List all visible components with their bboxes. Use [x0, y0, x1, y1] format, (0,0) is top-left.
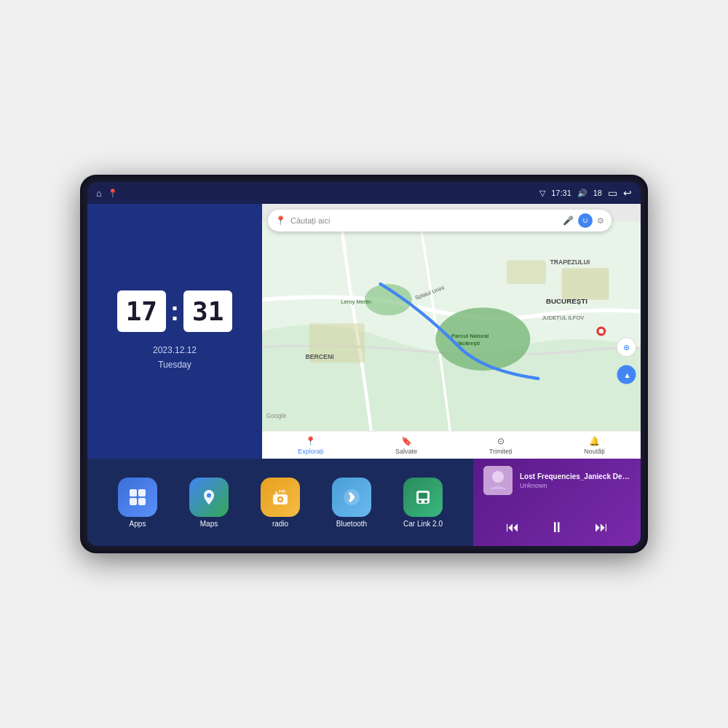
map-nav-news[interactable]: 🔔 Noutăți [584, 436, 605, 455]
media-thumbnail [483, 466, 513, 495]
clock-hour: 17 [117, 290, 166, 332]
bottom-section: Apps Maps [87, 459, 641, 546]
back-icon[interactable]: ↩ [623, 187, 632, 199]
clock-date: 2023.12.12 Tuesday [153, 344, 197, 371]
mic-icon[interactable]: 🎤 [563, 215, 574, 226]
main-content: 17 : 31 2023.12.12 Tuesday [87, 204, 641, 546]
carlink-icon [403, 478, 443, 517]
news-icon: 🔔 [589, 436, 600, 446]
app-icon-radio[interactable]: FM radio [261, 478, 300, 528]
media-prev-button[interactable]: ⏮ [500, 517, 525, 538]
map-search-placeholder: Căutați aici [290, 216, 558, 225]
car-display-device: ⌂ 📍 ▽ 17:31 🔊 18 ▭ ↩ 17 : [80, 175, 648, 553]
saved-icon: 🔖 [401, 436, 412, 446]
status-right-info: ▽ 17:31 🔊 18 ▭ ↩ [539, 187, 632, 199]
svg-text:BERCENI: BERCENI [306, 353, 334, 360]
status-time: 17:31 [551, 189, 571, 197]
clock-minute: 31 [183, 290, 232, 332]
map-widget[interactable]: TRAPEZULUI BUCUREȘTI JUDEȚUL ILFOV BERCE… [262, 204, 641, 459]
radio-icon: FM [261, 478, 300, 517]
explore-icon: 📍 [305, 436, 316, 446]
user-avatar[interactable]: U [578, 213, 593, 228]
svg-rect-23 [130, 498, 137, 505]
clock-date-line1: 2023.12.12 [153, 344, 197, 357]
app-icon-maps[interactable]: Maps [189, 478, 229, 528]
svg-rect-4 [507, 261, 546, 285]
media-artist: Unknown [520, 482, 630, 489]
settings-icon[interactable]: ⚙ [597, 216, 604, 226]
battery-level: 18 [593, 189, 602, 197]
media-title: Lost Frequencies_Janieck Devy-... [520, 472, 630, 480]
svg-rect-21 [130, 489, 137, 496]
map-nav-saved[interactable]: 🔖 Salvate [395, 436, 417, 455]
maps-icon [189, 478, 229, 517]
app-icons-area: Apps Maps [87, 459, 473, 546]
clock-colon: : [170, 296, 179, 327]
svg-point-14 [599, 329, 604, 334]
svg-text:TRAPEZULUI: TRAPEZULUI [550, 258, 590, 266]
map-nav-explore-label: Explorați [298, 448, 323, 455]
svg-text:BUCUREȘTI: BUCUREȘTI [546, 297, 587, 305]
svg-text:Google: Google [266, 412, 286, 419]
svg-text:Parcul Natural: Parcul Natural [451, 333, 488, 339]
svg-rect-24 [138, 498, 146, 505]
apps-label: Apps [130, 520, 146, 528]
radio-label: radio [272, 520, 288, 528]
status-left-icons: ⌂ 📍 [96, 188, 118, 199]
svg-point-34 [419, 500, 422, 503]
carlink-label: Car Link 2.0 [403, 520, 443, 528]
svg-point-37 [492, 471, 504, 483]
map-search-bar[interactable]: 📍 Căutați aici 🎤 U ⚙ [268, 210, 612, 232]
status-bar: ⌂ 📍 ▽ 17:31 🔊 18 ▭ ↩ [87, 182, 641, 204]
map-svg: TRAPEZULUI BUCUREȘTI JUDEȚUL ILFOV BERCE… [262, 204, 641, 459]
media-controls: ⏮ ⏸ ⏭ [483, 516, 630, 539]
media-next-button[interactable]: ⏭ [589, 517, 614, 538]
svg-text:JUDEȚUL ILFOV: JUDEȚUL ILFOV [542, 314, 585, 321]
maps-label: Maps [200, 520, 218, 528]
clock-display: 17 : 31 [117, 290, 233, 332]
map-nav-news-label: Noutăți [584, 448, 605, 455]
signal-icon: ▽ [539, 189, 545, 198]
apps-icon [118, 478, 157, 517]
svg-text:FM: FM [279, 489, 285, 494]
app-icon-apps[interactable]: Apps [118, 478, 157, 528]
clock-date-line2: Tuesday [153, 358, 197, 372]
media-top: Lost Frequencies_Janieck Devy-... Unknow… [483, 466, 630, 495]
volume-icon: 🔊 [577, 189, 587, 198]
bluetooth-label: Bluetooth [336, 520, 367, 528]
svg-rect-33 [419, 493, 427, 499]
svg-rect-22 [138, 489, 146, 496]
app-icon-bluetooth[interactable]: Bluetooth [332, 478, 371, 528]
battery-icon: ▭ [608, 187, 617, 199]
clock-widget: 17 : 31 2023.12.12 Tuesday [87, 204, 262, 459]
svg-point-28 [279, 498, 282, 501]
media-play-pause-button[interactable]: ⏸ [544, 516, 570, 539]
svg-text:⊕: ⊕ [623, 343, 630, 352]
map-content: TRAPEZULUI BUCUREȘTI JUDEȚUL ILFOV BERCE… [262, 204, 641, 459]
maps-nav-icon[interactable]: 📍 [108, 189, 118, 198]
bluetooth-icon-circle [332, 478, 371, 517]
svg-point-35 [424, 500, 427, 503]
svg-text:▲: ▲ [623, 371, 631, 379]
map-nav-send[interactable]: ⊙ Trimiteți [489, 436, 513, 455]
top-section: 17 : 31 2023.12.12 Tuesday [87, 204, 641, 459]
send-icon: ⊙ [497, 436, 505, 446]
svg-text:Leroy Merlin: Leroy Merlin [341, 298, 371, 305]
home-icon[interactable]: ⌂ [96, 188, 102, 199]
map-nav-explore[interactable]: 📍 Explorați [298, 436, 323, 455]
svg-point-25 [207, 493, 211, 497]
map-pin-icon: 📍 [275, 215, 286, 226]
map-nav-saved-label: Salvate [395, 448, 417, 455]
map-bottom-nav: 📍 Explorați 🔖 Salvate ⊙ Trimiteți [262, 431, 641, 459]
device-screen: ⌂ 📍 ▽ 17:31 🔊 18 ▭ ↩ 17 : [87, 182, 641, 546]
app-icon-carlink[interactable]: Car Link 2.0 [403, 478, 443, 528]
media-info: Lost Frequencies_Janieck Devy-... Unknow… [520, 472, 630, 489]
map-nav-send-label: Trimiteți [489, 448, 513, 455]
svg-rect-3 [562, 268, 609, 299]
media-player: Lost Frequencies_Janieck Devy-... Unknow… [473, 459, 641, 546]
